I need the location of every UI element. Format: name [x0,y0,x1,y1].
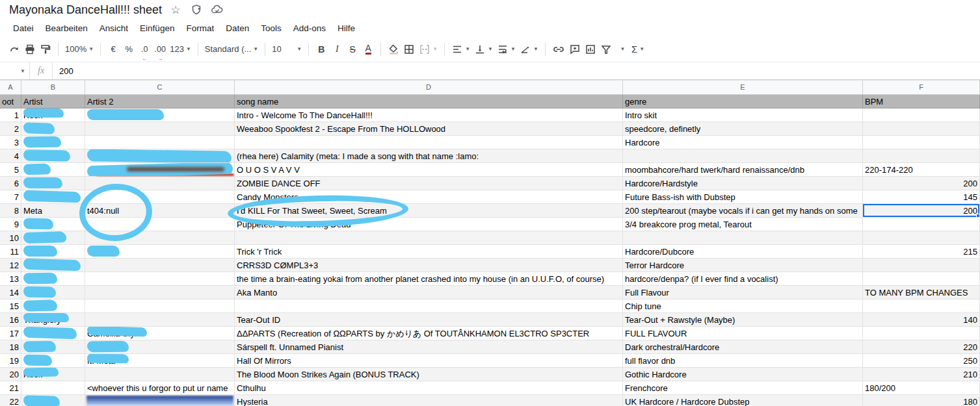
cell-b2[interactable] [21,122,85,136]
italic-button[interactable]: I [329,41,345,58]
cell-d4[interactable]: (rhea here) Calamity (meta: I made a son… [235,149,623,163]
cell-e22[interactable]: UK Hardcore / Hardcore Dubstep [623,395,863,406]
formula-input[interactable]: 200 [53,66,73,76]
cell-e15[interactable]: Chip tune [623,299,863,313]
cell-a14[interactable]: 14 [0,286,21,299]
cell-a10[interactable]: 10 [0,231,21,245]
cell-d15[interactable] [235,299,623,313]
cell-e2[interactable]: speedcore, definetly [623,122,863,136]
cell-a20[interactable]: 20 [0,368,21,381]
column-header-C[interactable]: C [85,80,235,95]
cell-d12[interactable]: CRRS3D CØMPL3+3 [235,259,623,272]
cell-f15[interactable] [863,299,980,313]
cell-e7[interactable]: Future Bass-ish with Dubstep [623,190,863,204]
cell-b22[interactable] [21,395,85,406]
cell-b8[interactable]: Meta [21,204,85,218]
cell-f16[interactable]: 140 [863,313,980,327]
cell-d13[interactable]: the time a brain-eating yokai from anoth… [235,272,623,286]
cell-c13[interactable] [85,272,235,286]
cell-d10[interactable] [235,231,623,245]
menu-item-bearbeiten[interactable]: Bearbeiten [40,21,93,35]
cell-f22[interactable]: 180 [863,395,980,406]
cell-d22[interactable]: Hysteria [235,395,623,406]
cell-b7[interactable] [21,190,85,204]
insert-comment-icon[interactable] [567,41,583,58]
column-header-E[interactable]: E [623,80,863,95]
cell-c14[interactable] [85,286,235,299]
cell-e10[interactable] [623,231,863,245]
cell-b10[interactable] [21,231,85,245]
menu-item-tools[interactable]: Tools [256,21,287,35]
increase-decimal-button[interactable]: .00→ [152,41,168,58]
cell-b12[interactable] [21,259,85,272]
header-cell-d[interactable]: song name [235,95,623,108]
cell-b19[interactable] [21,354,85,368]
menu-item-einf-gen[interactable]: Einfügen [135,21,179,35]
cell-d17[interactable]: ΔΔPARTS (Recreation of ΩΩPARTS by かめりあ O… [235,327,623,340]
cell-d20[interactable]: The Blood Moon Strikes Again (BONUS TRAC… [235,368,623,381]
protect-sheet-icon[interactable] [189,3,204,17]
cell-c16[interactable] [85,313,235,327]
cell-e19[interactable]: full flavor dnb [623,354,863,368]
cell-f2[interactable] [863,122,980,136]
header-cell-a[interactable]: oot [0,95,21,108]
menu-item-daten[interactable]: Daten [220,21,254,35]
cell-f5[interactable]: 220-174-220 [863,163,980,177]
cell-b6[interactable] [21,177,85,190]
cell-d2[interactable]: Weeaboo Spookfest 2 - Escape From The HO… [235,122,623,136]
cell-b16[interactable]: Thanglory [21,313,85,327]
cell-b5[interactable] [21,163,85,177]
cell-c21[interactable]: <whoever this u forgor to put ur name [85,381,235,395]
cell-e8[interactable]: 200 step/tearout (maybe vocals if i can … [623,204,863,218]
text-rotation-button[interactable]: ▼ [518,41,540,58]
cell-e12[interactable]: Terror Hardcore [623,259,863,272]
cell-b13[interactable] [21,272,85,286]
cell-f4[interactable] [863,149,980,163]
cell-c22[interactable] [85,395,235,406]
cell-a7[interactable]: 7 [0,190,21,204]
header-cell-b[interactable]: Artist [21,95,85,108]
cell-c11[interactable] [85,245,235,259]
column-header-A[interactable]: A [0,80,21,95]
cell-f17[interactable] [863,327,980,340]
cell-a18[interactable]: 18 [0,340,21,354]
cell-a9[interactable]: 9 [0,218,21,231]
cell-a12[interactable]: 12 [0,259,21,272]
cell-d19[interactable]: Hall Of Mirrors [235,354,623,368]
borders-button[interactable] [401,41,417,58]
cell-c15[interactable] [85,299,235,313]
cell-d21[interactable]: Cthulhu [235,381,623,395]
column-header-D[interactable]: D [235,80,623,95]
cell-e4[interactable] [623,149,863,163]
cell-d16[interactable]: Tear-Out ID [235,313,623,327]
format-percent-button[interactable]: % [121,41,137,58]
cell-e20[interactable]: Gothic Hardcore [623,368,863,381]
merge-cells-button[interactable]: ▼ [417,41,440,58]
cell-a2[interactable]: 2 [0,122,21,136]
cell-d18[interactable]: Sárspell ft. Unnamed Pianist [235,340,623,354]
header-cell-e[interactable]: genre [623,95,863,108]
cell-c2[interactable] [85,122,235,136]
redo-icon[interactable] [7,41,22,58]
cell-e11[interactable]: Hardcore/Dubcore [623,245,863,259]
cell-a4[interactable]: 4 [0,149,21,163]
cell-a21[interactable]: 21 [0,381,21,395]
cell-f21[interactable]: 180/200 [863,381,980,395]
cell-f14[interactable]: TO MANY BPM CHANGES [863,286,980,299]
functions-button[interactable]: Σ▼ [629,41,646,58]
cloud-saved-icon[interactable] [210,3,224,17]
cell-a5[interactable]: 5 [0,163,21,177]
strikethrough-button[interactable]: S [345,41,360,58]
cell-e1[interactable]: Intro skit [623,108,863,122]
cell-b15[interactable] [21,299,85,313]
cell-e3[interactable]: Hardcore [623,136,863,149]
insert-link-icon[interactable] [550,41,567,58]
cell-e13[interactable]: hardcore/denpa? (if I ever find a vocali… [623,272,863,286]
cell-a1[interactable]: 1 [0,108,21,122]
cell-d5[interactable]: O U O S V A V V [235,163,623,177]
cell-c19[interactable]: ft. Meta [85,354,235,368]
cell-e9[interactable]: 3/4 breakcore prog metal, Tearout [623,218,863,231]
cell-d11[interactable]: Trick 'r Trick [235,245,623,259]
zoom-select[interactable]: 100%▼ [63,41,96,58]
cell-f9[interactable] [863,218,980,231]
